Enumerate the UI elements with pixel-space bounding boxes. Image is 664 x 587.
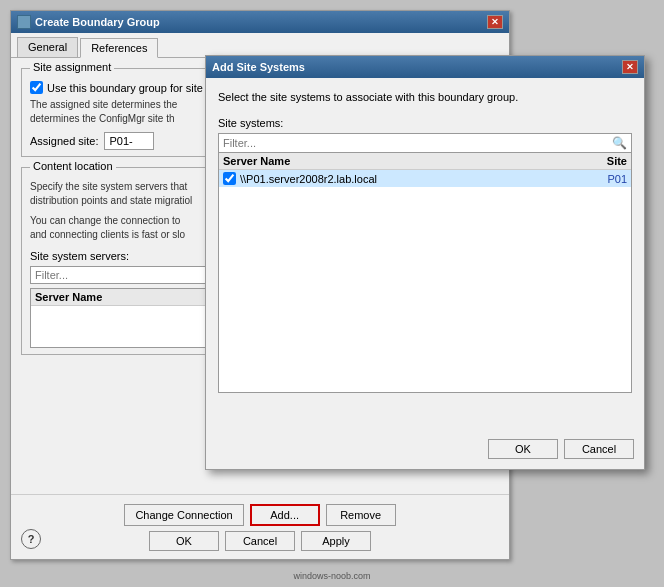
main-ok-button[interactable]: OK [149,531,219,551]
site-assignment-checkbox[interactable] [30,81,43,94]
add-dialog-cancel-button[interactable]: Cancel [564,439,634,459]
change-connection-button[interactable]: Change Connection [124,504,243,526]
tab-general[interactable]: General [17,37,78,57]
content-location-title: Content location [30,160,116,172]
search-icon: 🔍 [612,136,627,150]
watermark: windows-noob.com [0,571,664,581]
add-dialog-buttons: OK Cancel [488,439,634,459]
site-table-header: Server Name Site [219,153,631,170]
site-col-header: Site [577,155,627,167]
assigned-site-label: Assigned site: [30,135,98,147]
site-systems-label: Site systems: [218,117,632,129]
tab-references[interactable]: References [80,38,158,58]
server-name-header: Server Name [35,291,102,303]
add-dialog-content: Select the site systems to associate wit… [206,78,644,405]
dialog-bottom-buttons: Change Connection Add... Remove OK Cance… [11,494,509,559]
main-dialog-titlebar: Create Boundary Group ✕ [11,11,509,33]
site-assignment-title: Site assignment [30,61,114,73]
remove-button[interactable]: Remove [326,504,396,526]
main-ok-cancel-buttons: OK Cancel Apply [149,531,371,551]
add-button[interactable]: Add... [250,504,320,526]
main-dialog-close[interactable]: ✕ [487,15,503,29]
help-icon[interactable]: ? [21,529,41,549]
site-table: Server Name Site \\P01.server2008r2.lab.… [218,153,632,393]
site-cell: P01 [577,173,627,185]
table-row: \\P01.server2008r2.lab.local P01 [219,170,631,187]
main-dialog-title: Create Boundary Group [35,16,160,28]
row-checkbox[interactable] [223,172,236,185]
site-filter-input[interactable] [223,137,612,149]
add-site-systems-dialog: Add Site Systems ✕ Select the site syste… [205,55,645,470]
apply-button[interactable]: Apply [301,531,371,551]
site-assignment-checkbox-label: Use this boundary group for site [47,82,203,94]
add-dialog-titlebar: Add Site Systems ✕ [206,56,644,78]
main-cancel-button[interactable]: Cancel [225,531,295,551]
add-dialog-close[interactable]: ✕ [622,60,638,74]
add-dialog-title: Add Site Systems [212,61,305,73]
dialog-icon [17,15,31,29]
assigned-site-value: P01- [104,132,154,150]
server-name-col-header: Server Name [223,155,577,167]
action-buttons: Change Connection Add... Remove [124,504,395,526]
server-name-cell: \\P01.server2008r2.lab.local [240,173,577,185]
add-dialog-description: Select the site systems to associate wit… [218,90,632,105]
add-dialog-ok-button[interactable]: OK [488,439,558,459]
titlebar-left: Create Boundary Group [17,15,160,29]
site-filter-row: 🔍 [218,133,632,153]
